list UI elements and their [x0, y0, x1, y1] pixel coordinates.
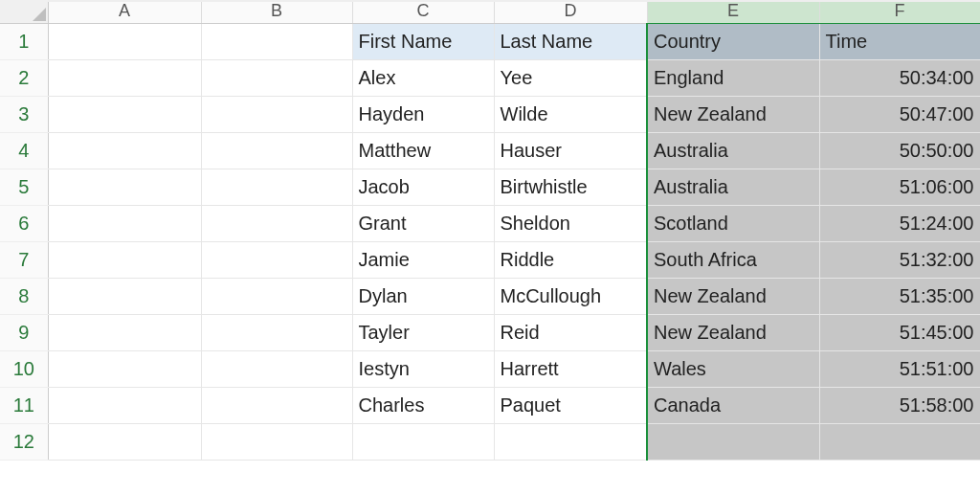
cell-C9[interactable]: Tayler [352, 314, 494, 350]
cell-D5[interactable]: Birtwhistle [494, 169, 647, 205]
cell-E10[interactable]: Wales [647, 350, 819, 387]
cell-C12[interactable] [352, 423, 494, 460]
cell-C2[interactable]: Alex [352, 59, 494, 96]
cell-B6[interactable] [201, 205, 352, 241]
grid-body: 1 First Name Last Name Country Time 2 Al… [0, 23, 980, 460]
table-row: 4 Matthew Hauser Australia 50:50:00 [0, 132, 980, 169]
cell-C3[interactable]: Hayden [352, 96, 494, 132]
cell-F4[interactable]: 50:50:00 [819, 132, 980, 169]
cell-B7[interactable] [201, 241, 352, 278]
cell-E2[interactable]: England [647, 59, 819, 96]
cell-A5[interactable] [48, 169, 201, 205]
cell-D7[interactable]: Riddle [494, 241, 647, 278]
row-header-1[interactable]: 1 [0, 23, 48, 59]
cell-F9[interactable]: 51:45:00 [819, 314, 980, 350]
cell-E9[interactable]: New Zealand [647, 314, 819, 350]
cell-A2[interactable] [48, 59, 201, 96]
cell-C1[interactable]: First Name [352, 23, 494, 59]
column-header-D[interactable]: D [494, 0, 647, 23]
cell-B10[interactable] [201, 350, 352, 387]
cell-A7[interactable] [48, 241, 201, 278]
row-header-12[interactable]: 12 [0, 423, 48, 460]
column-header-C[interactable]: C [352, 0, 494, 23]
row-header-5[interactable]: 5 [0, 169, 48, 205]
cell-E11[interactable]: Canada [647, 387, 819, 423]
cell-A1[interactable] [48, 23, 201, 59]
cell-D8[interactable]: McCullough [494, 278, 647, 314]
column-header-F[interactable]: F [819, 0, 980, 23]
table-row: 6 Grant Sheldon Scotland 51:24:00 [0, 205, 980, 241]
cell-E6[interactable]: Scotland [647, 205, 819, 241]
spreadsheet-grid[interactable]: A B C D E F 1 First Name Last Name Count… [0, 0, 980, 495]
table-row: 12 [0, 423, 980, 460]
cell-F1[interactable]: Time [819, 23, 980, 59]
cell-F5[interactable]: 51:06:00 [819, 169, 980, 205]
cell-A4[interactable] [48, 132, 201, 169]
cell-F11[interactable]: 51:58:00 [819, 387, 980, 423]
cell-C6[interactable]: Grant [352, 205, 494, 241]
row-header-10[interactable]: 10 [0, 350, 48, 387]
cell-B12[interactable] [201, 423, 352, 460]
row-header-4[interactable]: 4 [0, 132, 48, 169]
cell-B5[interactable] [201, 169, 352, 205]
select-all-icon [33, 8, 46, 21]
cell-A6[interactable] [48, 205, 201, 241]
cell-E3[interactable]: New Zealand [647, 96, 819, 132]
cell-F2[interactable]: 50:34:00 [819, 59, 980, 96]
row-header-11[interactable]: 11 [0, 387, 48, 423]
cell-E1[interactable]: Country [647, 23, 819, 59]
cell-D11[interactable]: Paquet [494, 387, 647, 423]
cell-F10[interactable]: 51:51:00 [819, 350, 980, 387]
cell-B8[interactable] [201, 278, 352, 314]
cell-F8[interactable]: 51:35:00 [819, 278, 980, 314]
cell-A3[interactable] [48, 96, 201, 132]
cell-E12[interactable] [647, 423, 819, 460]
cell-E4[interactable]: Australia [647, 132, 819, 169]
cell-A11[interactable] [48, 387, 201, 423]
column-header-E[interactable]: E [647, 0, 819, 23]
table-row: 5 Jacob Birtwhistle Australia 51:06:00 [0, 169, 980, 205]
cell-C5[interactable]: Jacob [352, 169, 494, 205]
cell-C4[interactable]: Matthew [352, 132, 494, 169]
cell-E5[interactable]: Australia [647, 169, 819, 205]
cell-A8[interactable] [48, 278, 201, 314]
row-header-9[interactable]: 9 [0, 314, 48, 350]
column-header-B[interactable]: B [201, 0, 352, 23]
cell-D9[interactable]: Reid [494, 314, 647, 350]
cell-D2[interactable]: Yee [494, 59, 647, 96]
cell-C11[interactable]: Charles [352, 387, 494, 423]
cell-A10[interactable] [48, 350, 201, 387]
cell-A12[interactable] [48, 423, 201, 460]
cell-F3[interactable]: 50:47:00 [819, 96, 980, 132]
row-header-8[interactable]: 8 [0, 278, 48, 314]
cell-D3[interactable]: Wilde [494, 96, 647, 132]
cell-E8[interactable]: New Zealand [647, 278, 819, 314]
select-all-corner[interactable] [0, 0, 48, 23]
cell-D10[interactable]: Harrett [494, 350, 647, 387]
cell-A9[interactable] [48, 314, 201, 350]
table-row: 1 First Name Last Name Country Time [0, 23, 980, 59]
row-header-2[interactable]: 2 [0, 59, 48, 96]
cell-B9[interactable] [201, 314, 352, 350]
cell-C8[interactable]: Dylan [352, 278, 494, 314]
cell-B1[interactable] [201, 23, 352, 59]
row-header-6[interactable]: 6 [0, 205, 48, 241]
table-row: 3 Hayden Wilde New Zealand 50:47:00 [0, 96, 980, 132]
cell-B2[interactable] [201, 59, 352, 96]
cell-D6[interactable]: Sheldon [494, 205, 647, 241]
cell-C10[interactable]: Iestyn [352, 350, 494, 387]
cell-B4[interactable] [201, 132, 352, 169]
cell-B11[interactable] [201, 387, 352, 423]
cell-D1[interactable]: Last Name [494, 23, 647, 59]
cell-C7[interactable]: Jamie [352, 241, 494, 278]
cell-E7[interactable]: South Africa [647, 241, 819, 278]
cell-D4[interactable]: Hauser [494, 132, 647, 169]
row-header-7[interactable]: 7 [0, 241, 48, 278]
cell-F7[interactable]: 51:32:00 [819, 241, 980, 278]
row-header-3[interactable]: 3 [0, 96, 48, 132]
cell-D12[interactable] [494, 423, 647, 460]
column-header-A[interactable]: A [48, 0, 201, 23]
cell-F6[interactable]: 51:24:00 [819, 205, 980, 241]
cell-F12[interactable] [819, 423, 980, 460]
cell-B3[interactable] [201, 96, 352, 132]
